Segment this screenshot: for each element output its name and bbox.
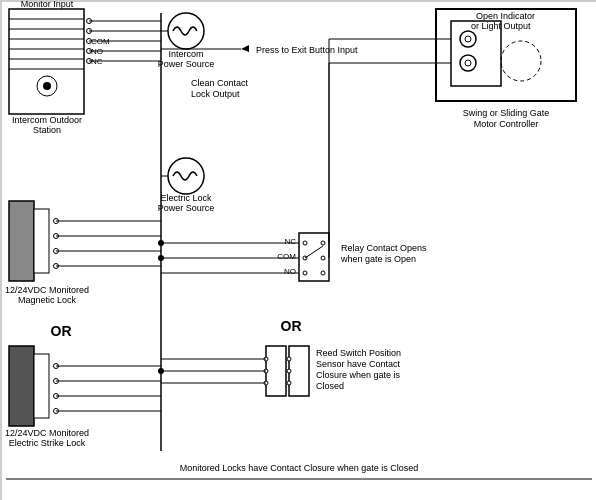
svg-point-67: [287, 381, 291, 385]
relay-opens-label: Relay Contact Opens: [341, 243, 427, 253]
svg-point-48: [303, 241, 307, 245]
intercom-outdoor-label: Intercom Outdoor: [12, 115, 82, 125]
svg-rect-61: [289, 346, 309, 396]
reed-switch-label4: Closed: [316, 381, 344, 391]
magnetic-lock-label2: Magnetic Lock: [18, 295, 77, 305]
no-relay-label: NO: [284, 267, 296, 276]
swing-gate-label: Swing or Sliding Gate: [463, 108, 550, 118]
nc-relay-label: NC: [284, 237, 296, 246]
relay-opens-label2: when gate is Open: [340, 254, 416, 264]
reed-switch-label3: Closure when gate is: [316, 370, 401, 380]
svg-point-71: [158, 368, 164, 374]
com-relay-label: COM: [277, 252, 296, 261]
reed-switch-label: Reed Switch Position: [316, 348, 401, 358]
clean-contact-label: Clean Contact: [191, 78, 249, 88]
svg-rect-27: [9, 201, 34, 281]
electric-lock-label: Electric Lock: [160, 193, 212, 203]
svg-point-58: [158, 240, 164, 246]
open-indicator-label2: or Light Output: [471, 21, 531, 31]
or1-label: OR: [51, 323, 72, 339]
intercom-outdoor-label2: Station: [33, 125, 61, 135]
clean-contact-label2: Lock Output: [191, 89, 240, 99]
intercom-power-label: Intercom: [168, 49, 203, 59]
svg-point-51: [321, 241, 325, 245]
svg-point-66: [287, 369, 291, 373]
svg-point-50: [303, 271, 307, 275]
svg-rect-37: [9, 346, 34, 426]
magnetic-lock-label: 12/24VDC Monitored: [5, 285, 89, 295]
svg-rect-38: [34, 354, 49, 418]
electric-strike-label2: Electric Strike Lock: [9, 438, 86, 448]
electric-lock-label2: Power Source: [158, 203, 215, 213]
svg-rect-60: [266, 346, 286, 396]
open-indicator-label: Open Indicator: [476, 11, 535, 21]
svg-rect-28: [34, 209, 49, 273]
svg-point-65: [287, 357, 291, 361]
press-exit-label: Press to Exit Button Input: [256, 45, 358, 55]
svg-point-74: [465, 36, 471, 42]
svg-point-59: [158, 255, 164, 261]
or2-label: OR: [281, 318, 302, 334]
wiring-diagram: Monitor Input COM NO NC Intercom Outdoor…: [0, 0, 596, 500]
electric-strike-label: 12/24VDC Monitored: [5, 428, 89, 438]
svg-point-53: [321, 271, 325, 275]
svg-point-76: [465, 60, 471, 66]
reed-switch-label2: Sensor have Contact: [316, 359, 401, 369]
svg-point-52: [321, 256, 325, 260]
svg-rect-1: [9, 9, 84, 114]
svg-point-9: [43, 82, 51, 90]
intercom-power-label2: Power Source: [158, 59, 215, 69]
monitor-input-label: Monitor Input: [21, 1, 74, 9]
footer-label: Monitored Locks have Contact Closure whe…: [180, 463, 419, 473]
swing-gate-label2: Motor Controller: [474, 119, 539, 129]
